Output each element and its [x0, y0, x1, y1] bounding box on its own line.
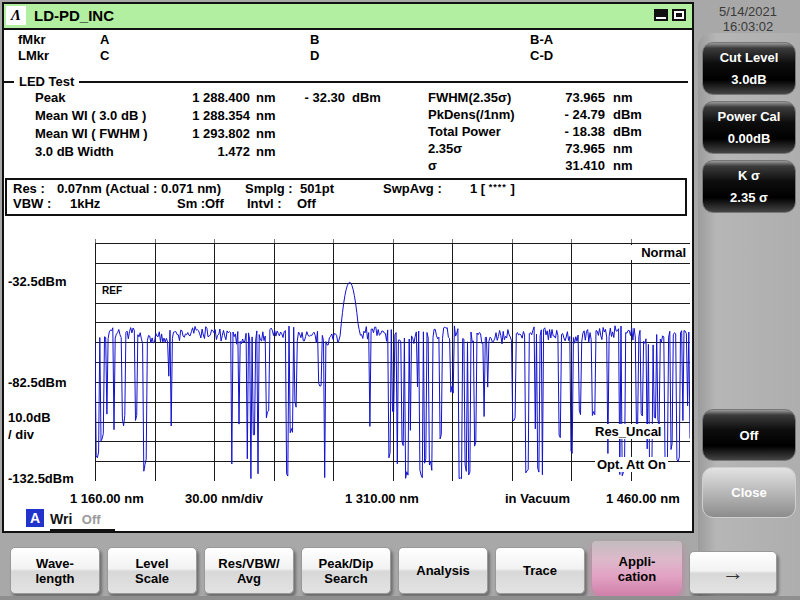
- more-keys-button[interactable]: →: [689, 551, 777, 594]
- intvl-label: Intvl :: [247, 196, 282, 211]
- minimize-icon[interactable]: [654, 9, 668, 21]
- trace-write-status: Wri Off: [50, 510, 115, 531]
- trace-a-badge[interactable]: A: [26, 509, 44, 527]
- spectrum-trace-svg: [95, 239, 690, 481]
- y-axis-ref-value: -32.5dBm: [8, 274, 67, 289]
- vbw-value: 1kHz: [70, 196, 100, 211]
- spectrum-chart[interactable]: [95, 239, 690, 481]
- lmkr-label: LMkr: [18, 48, 49, 63]
- meas-label: Total Power: [428, 124, 501, 139]
- meas-value: 73.965: [524, 90, 605, 105]
- wavelength-button[interactable]: Wave- length: [10, 547, 100, 594]
- meas-value: 1 288.354: [124, 108, 250, 123]
- trace-mode-annotation: Normal: [604, 245, 688, 260]
- meas-label: 3.0 dB Width: [35, 144, 114, 159]
- application-button[interactable]: Appli- cation: [592, 541, 682, 597]
- meas-value: - 18.38: [524, 124, 605, 139]
- marker-c-d: C-D: [530, 48, 553, 63]
- date-label: 5/14/2021: [700, 4, 796, 19]
- ref-level-label: REF: [101, 285, 123, 296]
- swpavg-label: SwpAvg :: [383, 181, 442, 196]
- main-window: Λ LD-PD_INC fMkr A B B-A LMkr C D C-D LE…: [2, 2, 694, 533]
- trace-button[interactable]: Trace: [495, 547, 585, 594]
- meas-unit: dBm: [613, 124, 642, 139]
- meas-value: 31.410: [524, 158, 605, 173]
- peak-dip-search-button[interactable]: Peak/Dip Search: [301, 547, 391, 594]
- level-scale-button[interactable]: Level Scale: [107, 547, 197, 594]
- meas-unit: nm: [613, 158, 633, 173]
- k-sigma-button[interactable]: K σ 2.35 σ: [702, 160, 796, 213]
- time-label: 16:03:02: [700, 19, 796, 34]
- x-axis-medium-label: in Vacuum: [505, 491, 570, 506]
- cut-level-button[interactable]: Cut Level 3.0dB: [702, 42, 796, 95]
- opt-att-annotation: Opt. Att On: [595, 457, 668, 472]
- meas-label: Peak: [35, 90, 65, 105]
- trace-mode-label: Wri: [50, 511, 72, 527]
- vbw-label: VBW :: [13, 196, 51, 211]
- trace-state-label: Off: [82, 512, 101, 527]
- meas-label: FWHM(2.35σ): [428, 90, 511, 105]
- meas-value: 1 293.802: [124, 126, 250, 141]
- marker-d: D: [310, 48, 319, 63]
- analysis-button[interactable]: Analysis: [398, 547, 488, 594]
- off-button[interactable]: Off: [702, 409, 796, 461]
- window-title: LD-PD_INC: [34, 7, 114, 24]
- res-value: 0.07nm (Actual : 0.071 nm): [57, 181, 221, 196]
- smplg-label: Smplg :: [245, 181, 293, 196]
- x-axis-end-label: 1 460.00 nm: [606, 491, 680, 506]
- intvl-value: Off: [297, 196, 316, 211]
- datetime-display: 5/14/2021 16:03:02: [700, 4, 796, 34]
- fmkr-label: fMkr: [18, 32, 45, 47]
- y-axis-scale-value: 10.0dB: [8, 410, 51, 425]
- meas-unit: dBm: [613, 107, 642, 122]
- meas-value: 73.965: [524, 141, 605, 156]
- meas-value: - 24.79: [524, 107, 605, 122]
- res-label: Res :: [13, 181, 45, 196]
- sweep-settings-box: Res : 0.07nm (Actual : 0.071 nm) Smplg :…: [5, 178, 687, 216]
- marker-b-a: B-A: [530, 32, 553, 47]
- meas-unit: nm: [613, 90, 633, 105]
- app-logo-icon: Λ: [6, 6, 26, 25]
- sm-value: Off: [205, 196, 224, 211]
- title-bar: Λ LD-PD_INC: [4, 4, 692, 30]
- meas-value: 1.472: [124, 144, 250, 159]
- y-axis-mid-value: -82.5dBm: [8, 375, 67, 390]
- maximize-icon[interactable]: [672, 9, 686, 21]
- meas-extra-value: - 32.30: [270, 90, 345, 105]
- meas-label: PkDens(/1nm): [428, 107, 515, 122]
- meas-unit: nm: [256, 144, 276, 159]
- right-arrow-icon: →: [722, 560, 744, 586]
- sm-label: Sm :: [177, 196, 205, 211]
- res-uncal-annotation: Res_Uncal: [593, 424, 663, 439]
- meas-label: σ: [428, 158, 437, 173]
- meas-unit: nm: [256, 108, 276, 123]
- res-vbw-avg-button[interactable]: Res/VBW/ Avg: [204, 547, 294, 594]
- meas-extra-unit: dBm: [352, 90, 381, 105]
- swpavg-value: 1 [ **** ]: [470, 181, 515, 196]
- meas-value: 1 288.400: [124, 90, 250, 105]
- test-name-divider: LED Test: [4, 74, 688, 89]
- meas-unit: nm: [256, 126, 276, 141]
- smplg-value: 501pt: [300, 181, 334, 196]
- x-axis-center-label: 1 310.00 nm: [345, 491, 419, 506]
- x-axis-div-label: 30.00 nm/div: [185, 491, 263, 506]
- y-axis-scale-unit: / div: [8, 427, 34, 442]
- x-axis-start-label: 1 160.00 nm: [70, 491, 144, 506]
- close-button[interactable]: Close: [702, 467, 796, 518]
- power-cal-button[interactable]: Power Cal 0.00dB: [702, 101, 796, 154]
- marker-c: C: [100, 48, 109, 63]
- marker-b: B: [310, 32, 319, 47]
- test-name-label: LED Test: [14, 74, 79, 89]
- bottom-edge: [0, 596, 800, 600]
- meas-label: 2.35σ: [428, 141, 462, 156]
- marker-a: A: [100, 32, 109, 47]
- y-axis-bottom-value: -132.5dBm: [8, 471, 74, 486]
- meas-unit: nm: [613, 141, 633, 156]
